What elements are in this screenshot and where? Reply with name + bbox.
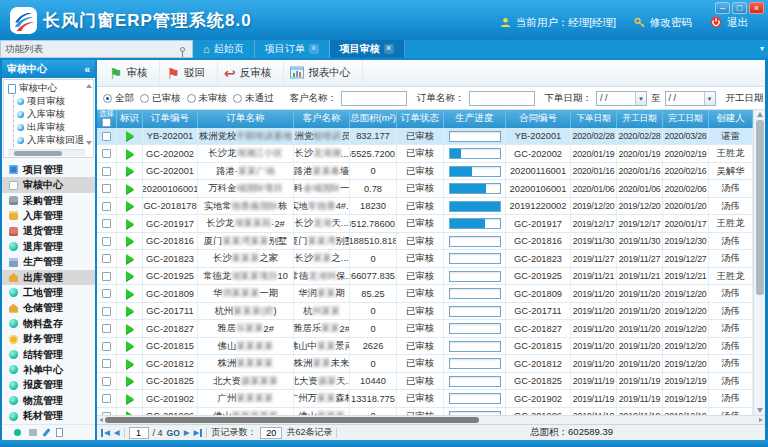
table-row[interactable]: GC-201812株洲某某某某株洲某某未来0已审核GC-2018122019/1…	[97, 355, 753, 373]
logout-link[interactable]: 退出	[727, 16, 748, 30]
row-checkbox[interactable]	[102, 149, 111, 158]
audit-button[interactable]: ⚑审核	[103, 60, 160, 86]
row-checkbox[interactable]	[102, 184, 111, 193]
radio-rejected[interactable]: 未通过	[233, 92, 274, 105]
table-row[interactable]: GC-202001路港·某某广场路港某某幕墙0已审核20200116001202…	[97, 163, 753, 181]
minimize-button[interactable]: –	[715, 2, 730, 14]
page-size-input[interactable]	[260, 427, 282, 439]
sidebar-item-purchase-mgmt[interactable]: 采购管理	[2, 193, 95, 208]
radio-icon[interactable]	[233, 94, 242, 103]
table-row[interactable]: 20200106001万科金域国际项目万科金域国际一期0.78已审核202001…	[97, 180, 753, 198]
row-checkbox[interactable]	[102, 132, 111, 141]
sidebar-item-consumables-mgmt[interactable]: 耗材管理	[2, 409, 95, 424]
table-row[interactable]: GC-201902广州某某某某广州万某某森林13318.775已审核GC-201…	[97, 390, 753, 408]
radio-icon[interactable]	[187, 94, 196, 103]
sidebar-item-logistics-mgmt[interactable]: 物流管理	[2, 393, 95, 408]
row-checkbox[interactable]	[102, 394, 111, 403]
pin-icon[interactable]	[180, 47, 185, 52]
scroll-left-icon[interactable]	[99, 418, 103, 422]
row-checkbox[interactable]	[102, 289, 111, 298]
row-checkbox[interactable]	[102, 237, 111, 246]
tree-horizontal-scrollbar[interactable]	[8, 149, 85, 156]
tab-project-audit[interactable]: 项目审核×	[330, 40, 405, 58]
sidebar-item-finance-mgmt[interactable]: 财务管理	[2, 331, 95, 346]
scroll-up-icon[interactable]	[86, 84, 92, 88]
order-date-from-picker[interactable]: / /▾	[596, 91, 647, 106]
sidebar-item-inbound-mgmt[interactable]: 入库管理	[2, 208, 95, 223]
row-checkbox[interactable]	[102, 342, 111, 351]
sidebar-item-warehouse-mgmt[interactable]: 仓储管理	[2, 301, 95, 316]
radio-unaudited[interactable]: 未审核	[187, 92, 228, 105]
table-row[interactable]: GC-201925常德龙湖某某项目10常德龙湖环保...266077.835..…	[97, 268, 753, 286]
table-row[interactable]: GC-2018178实地常德蔷薇国际栋实地常德蔷4#...18230已审核201…	[97, 198, 753, 216]
customer-name-input[interactable]	[341, 91, 407, 106]
order-date-to-picker[interactable]: / /▾	[665, 91, 716, 106]
scrollbar-thumb[interactable]	[756, 120, 764, 295]
row-checkbox[interactable]	[102, 219, 111, 228]
cart-icon[interactable]	[29, 429, 37, 436]
radio-icon[interactable]	[103, 94, 112, 103]
row-checkbox[interactable]	[102, 254, 111, 263]
table-row[interactable]: GC-201809华润某某某一期华润某某期85.25已审核GC-20180920…	[97, 285, 753, 303]
close-tab-icon[interactable]: ×	[384, 44, 394, 54]
sidebar-item-supplement-center[interactable]: 补单中心	[2, 362, 95, 377]
table-row[interactable]: GC-201823长沙某某某之家长沙某某之...0已审核GC-201823201…	[97, 250, 753, 268]
sidebar-item-project-mgmt[interactable]: 项目管理	[2, 162, 95, 177]
function-list-box[interactable]: 功能列表	[0, 40, 193, 58]
table-row[interactable]: YB-202001株洲党校干部培训基地株洲党校培训员...832.177已审核Y…	[97, 128, 753, 146]
sidebar-item-outbound-mgmt[interactable]: 出库管理	[2, 270, 95, 285]
report-center-button[interactable]: 报表中心	[284, 60, 363, 86]
collapse-panel-icon[interactable]: «	[84, 64, 90, 75]
edit-icon[interactable]	[42, 428, 50, 437]
order-name-input[interactable]	[469, 91, 535, 106]
sidebar-item-scrap-mgmt[interactable]: 报废管理	[2, 378, 95, 393]
row-checkbox[interactable]	[102, 167, 111, 176]
table-row[interactable]: GC-201906佛山某某某某某佛山某某某0已审核GC-2019062019/1…	[97, 408, 753, 415]
radio-audited[interactable]: 已审核	[140, 92, 181, 105]
chevron-down-icon[interactable]: ▾	[704, 92, 715, 105]
page-number-input[interactable]	[129, 427, 149, 439]
tab-overflow-icon[interactable]: ▾	[760, 44, 764, 53]
sidebar-item-audit-center[interactable]: 审核中心	[2, 177, 95, 192]
row-checkbox[interactable]	[102, 307, 111, 316]
sidebar-item-carryover-mgmt[interactable]: 结转管理	[2, 347, 95, 362]
table-row[interactable]: GC-202002长沙龙湖湘江小区长沙龙湖湘...65525.7200..已审核…	[97, 145, 753, 163]
table-row[interactable]: GC-201816厦门某某湾某某别墅厦门某某湾别墅188510.818已审核GC…	[97, 233, 753, 251]
sidebar-item-production-mgmt[interactable]: 生产管理	[2, 254, 95, 269]
tree-item-project-audit[interactable]: 项目审核	[17, 95, 85, 108]
maximize-button[interactable]: □	[732, 2, 747, 14]
sidebar-item-site-mgmt[interactable]: 工地管理	[2, 285, 95, 300]
reverse-audit-button[interactable]: ↩反审核	[218, 60, 284, 86]
row-checkbox[interactable]	[102, 324, 111, 333]
go-button[interactable]: GO	[167, 428, 180, 438]
scrollbar-thumb[interactable]	[105, 417, 479, 423]
tree-item-outbound-audit[interactable]: 出库审核	[17, 121, 85, 134]
scroll-up-icon[interactable]	[757, 112, 763, 117]
row-checkbox[interactable]	[102, 272, 111, 281]
circle-icon[interactable]	[14, 429, 21, 436]
row-checkbox[interactable]	[102, 377, 111, 386]
table-row[interactable]: GC-201815佛山某某某某佛山中某某景南2626已审核GC-20181520…	[97, 338, 753, 356]
tree-root-audit-center[interactable]: 审核中心	[8, 82, 85, 95]
chevron-down-icon[interactable]: ▾	[635, 92, 646, 105]
last-page-button[interactable]: ▶	[194, 429, 203, 437]
reject-button[interactable]: ⚑驳回	[160, 60, 217, 86]
scroll-right-icon[interactable]	[759, 418, 763, 422]
scroll-down-icon[interactable]	[757, 408, 763, 413]
close-button[interactable]: ×	[749, 2, 764, 14]
tree-item-inbound-audit[interactable]: 入库审核	[17, 108, 85, 121]
row-checkbox[interactable]	[102, 359, 111, 368]
radio-icon[interactable]	[140, 94, 149, 103]
scroll-down-icon[interactable]	[86, 141, 92, 145]
radio-all[interactable]: 全部	[103, 92, 134, 105]
prev-page-button[interactable]: ◀	[114, 429, 120, 437]
table-row[interactable]: GC-201827雅居乐某某2#雅居乐某某2#0已审核GC-2018272019…	[97, 320, 753, 338]
table-row[interactable]: GC-201711杭州某某某(府)杭州某某0已审核GC-2017112019/1…	[97, 303, 753, 321]
sidebar-item-material-inventory[interactable]: 物料盘存	[2, 316, 95, 331]
tab-project-orders[interactable]: 项目订单×	[255, 40, 330, 58]
next-page-button[interactable]: ▶	[184, 429, 190, 437]
table-row[interactable]: GC-201825北大资源某某某北大资源某天...10440已审核GC-2018…	[97, 373, 753, 391]
row-checkbox[interactable]	[102, 202, 111, 211]
first-page-button[interactable]: ◀	[101, 429, 110, 437]
vertical-scrollbar[interactable]	[753, 110, 765, 415]
